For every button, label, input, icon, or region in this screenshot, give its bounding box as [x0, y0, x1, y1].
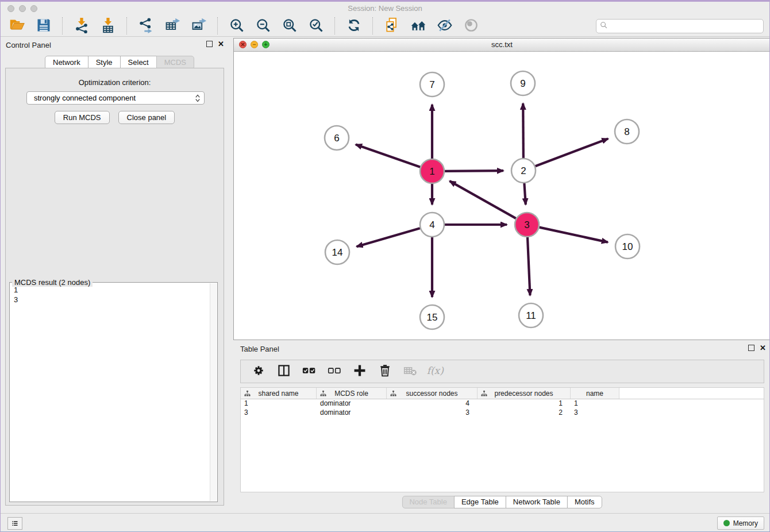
close-table-panel-icon[interactable]: ✕: [760, 345, 766, 351]
graph-node-2[interactable]: 2: [511, 159, 536, 183]
node-table: shared nameMCDS rolesuccessor nodesprede…: [240, 387, 764, 492]
run-mcds-button[interactable]: Run MCDS: [55, 111, 110, 124]
graph-node-11[interactable]: 11: [519, 303, 543, 327]
graph-node-1[interactable]: 1: [420, 159, 444, 183]
float-panel-icon[interactable]: [206, 41, 213, 47]
table-settings-button[interactable]: [250, 363, 267, 381]
clone-network-button[interactable]: [382, 17, 402, 35]
mcds-result-list: 1 3: [14, 285, 209, 499]
edge-2-3[interactable]: [524, 183, 525, 205]
zoom-in-icon: [229, 17, 245, 35]
save-session-button[interactable]: [34, 17, 53, 35]
column-label: name: [586, 390, 603, 398]
graph-node-9[interactable]: 9: [511, 71, 535, 95]
zoom-out-icon: [255, 17, 271, 35]
graph-node-4[interactable]: 4: [420, 213, 444, 237]
column-header-shared-name[interactable]: shared name: [241, 388, 317, 399]
zoom-out-button[interactable]: [253, 17, 273, 35]
edge-1-6[interactable]: [356, 145, 420, 167]
task-history-button[interactable]: [7, 517, 22, 530]
close-panel-button[interactable]: Close panel: [118, 111, 175, 124]
tab-motifs[interactable]: Motifs: [567, 496, 602, 508]
edge-2-8[interactable]: [536, 138, 609, 166]
hide-details-button[interactable]: [435, 17, 455, 35]
cell-shared-name[interactable]: 3: [241, 408, 317, 418]
column-header-successor-nodes[interactable]: successor nodes: [387, 388, 478, 399]
network-view-frame: ✕ – + scc.txt 7968124314101511: [233, 38, 770, 340]
column-header-mcds-role[interactable]: MCDS role: [317, 388, 387, 399]
graph-node-6[interactable]: 6: [325, 126, 349, 150]
titlebar: Session: New Session: [1, 2, 769, 16]
graph-node-15[interactable]: 15: [420, 305, 444, 329]
select-all-button[interactable]: [301, 363, 318, 381]
edge-4-14[interactable]: [357, 228, 420, 246]
function-builder-icon: f(x): [426, 364, 445, 379]
graph-node-3[interactable]: 3: [515, 213, 539, 237]
create-column-icon: [353, 364, 367, 379]
zoom-fit-button[interactable]: [280, 17, 299, 35]
search-input[interactable]: [610, 22, 763, 31]
graph-node-8[interactable]: 8: [615, 119, 639, 144]
import-table-button[interactable]: [98, 17, 118, 35]
graph-node-14[interactable]: 14: [325, 240, 349, 264]
svg-text:15: 15: [427, 312, 438, 323]
network-canvas[interactable]: 7968124314101511: [234, 51, 770, 340]
open-file-button[interactable]: [7, 17, 27, 35]
tab-network-table[interactable]: Network Table: [506, 496, 568, 508]
table-row[interactable]: 3dominator323: [241, 408, 764, 418]
edge-3-1[interactable]: [449, 181, 515, 218]
result-scrollbar[interactable]: [210, 283, 217, 501]
float-table-panel-icon[interactable]: [748, 345, 754, 351]
zoom-selected-button[interactable]: [306, 17, 326, 35]
refresh-layout-button[interactable]: [344, 17, 364, 35]
edge-3-11[interactable]: [528, 237, 530, 295]
cell-name[interactable]: 3: [571, 408, 619, 418]
cell-mcds-role[interactable]: dominator: [317, 408, 387, 418]
control-panel-header: Control Panel ✕: [1, 38, 229, 53]
edge-1-2[interactable]: [445, 171, 503, 171]
import-network-button[interactable]: [72, 17, 91, 35]
export-network-button[interactable]: [136, 17, 156, 35]
cell-successor-nodes[interactable]: 4: [387, 399, 478, 408]
network-column-icon: [390, 390, 396, 398]
graph-edges: [356, 103, 608, 297]
table-row[interactable]: 1dominator411: [241, 399, 764, 408]
zoom-in-button[interactable]: [227, 17, 247, 35]
table-header-row: shared nameMCDS rolesuccessor nodesprede…: [241, 388, 764, 399]
graph-node-10[interactable]: 10: [615, 234, 640, 259]
svg-text:8: 8: [624, 126, 629, 137]
graph-node-7[interactable]: 7: [420, 72, 444, 97]
close-panel-icon[interactable]: ✕: [218, 41, 224, 47]
cell-mcds-role[interactable]: dominator: [317, 399, 387, 408]
column-header-name[interactable]: name: [571, 388, 619, 399]
cell-shared-name[interactable]: 1: [241, 399, 317, 408]
first-neighbors-icon: [410, 17, 426, 35]
delete-table-icon: [403, 364, 417, 379]
cell-successor-nodes[interactable]: 3: [387, 408, 478, 418]
delete-columns-icon: [378, 364, 392, 379]
criterion-select[interactable]: strongly connected component: [26, 91, 205, 105]
delete-columns-button[interactable]: [376, 363, 394, 381]
cell-predecessor-nodes[interactable]: 1: [478, 399, 571, 408]
table-tabs: Node TableEdge TableNetwork TableMotifs: [402, 496, 602, 508]
unselect-all-button[interactable]: [326, 363, 343, 381]
export-image-button[interactable]: [189, 17, 209, 35]
optimization-criterion-label: Optimization criterion:: [6, 78, 224, 87]
memory-button[interactable]: Memory: [717, 516, 764, 530]
export-table-button[interactable]: [163, 17, 182, 35]
cell-name[interactable]: 1: [571, 399, 619, 408]
svg-text:f(x): f(x): [427, 365, 445, 376]
show-column-button[interactable]: [275, 363, 292, 381]
tab-edge-table[interactable]: Edge Table: [454, 496, 506, 508]
svg-text:4: 4: [429, 219, 434, 230]
first-neighbors-button[interactable]: [409, 17, 428, 35]
toolbar-separator: [334, 17, 336, 34]
search-box[interactable]: [596, 19, 764, 33]
edge-3-10[interactable]: [539, 228, 607, 242]
tab-node-table[interactable]: Node Table: [402, 496, 455, 508]
cell-predecessor-nodes[interactable]: 2: [478, 408, 571, 418]
column-header-predecessor-nodes[interactable]: predecessor nodes: [478, 388, 571, 399]
create-column-button[interactable]: [351, 363, 368, 381]
window-title: Session: New Session: [1, 4, 769, 13]
edge-2-9[interactable]: [523, 103, 523, 158]
